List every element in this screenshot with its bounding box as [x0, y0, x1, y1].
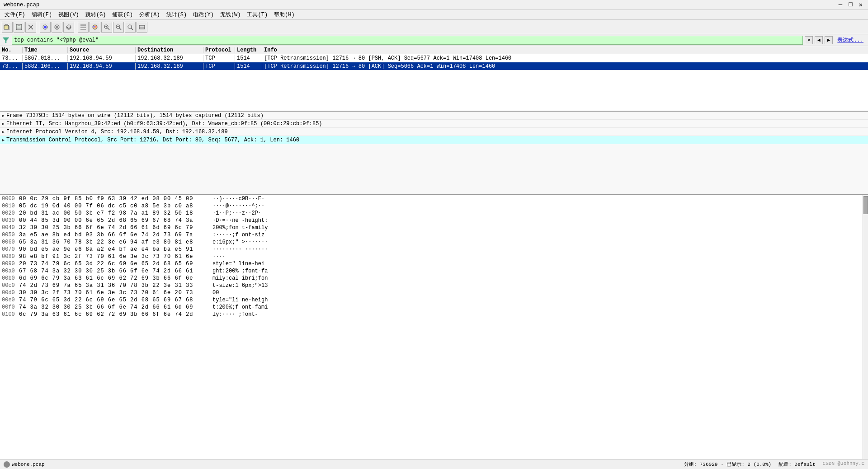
- hex-offset: 0040: [2, 225, 19, 231]
- hex-bytes: 65 3a 31 36 70 78 3b 22 3e e6 94 af e3 8…: [19, 239, 209, 245]
- toolbar-stop-capture[interactable]: [52, 22, 62, 33]
- expand-icon: ▶: [2, 129, 5, 135]
- toolbar-zoom-in[interactable]: [101, 22, 112, 33]
- hex-ascii: ly:···· ;font-: [209, 311, 866, 318]
- hex-row: 00a0 67 68 74 3a 32 30 30 25 3b 66 6f 6e…: [0, 267, 868, 275]
- toolbar-start-capture[interactable]: [40, 22, 51, 33]
- minimize-button[interactable]: —: [837, 1, 844, 9]
- status-profile: 配置: Default: [778, 461, 815, 468]
- hex-row: 0080 98 e8 bf 91 3c 2f 73 70 61 6e 3e 3c…: [0, 253, 868, 260]
- hex-bytes: 6c 79 3a 63 61 6c 69 62 72 69 3b 66 6f 6…: [19, 311, 209, 318]
- hex-ascii: t-size:1 6px;">13: [209, 282, 866, 289]
- packet-time: 5882.106...: [23, 63, 68, 70]
- col-header-protocol: Protocol: [203, 47, 235, 53]
- toolbar-open[interactable]: [2, 22, 13, 33]
- hex-dump: 0000 00 0c 29 cb 9f 85 b0 f9 63 39 42 ed…: [0, 195, 868, 459]
- packet-len: 1514: [235, 63, 262, 70]
- maximize-button[interactable]: □: [847, 1, 854, 9]
- packet-time: 5867.018...: [23, 55, 68, 61]
- hex-offset: 00c0: [2, 282, 19, 289]
- status-bar-right: 分组: 736029 · 已显示: 2 (0.0%) 配置: Default C…: [684, 461, 864, 468]
- hex-offset: 0100: [2, 311, 19, 318]
- detail-row[interactable]: ▶Internet Protocol Version 4, Src: 192.1…: [0, 128, 868, 136]
- detail-row[interactable]: ▶Transmission Control Protocol, Src Port…: [0, 136, 868, 144]
- expand-icon: ▶: [2, 137, 5, 143]
- toolbar-scroll-autoscroll[interactable]: [78, 22, 89, 33]
- hex-row: 0040 32 30 30 25 3b 66 6f 6e 74 2d 66 61…: [0, 224, 868, 231]
- svg-point-25: [128, 25, 132, 28]
- hex-ascii: t:200%;f ont-fami: [209, 304, 866, 310]
- filter-input[interactable]: [12, 36, 803, 45]
- menu-bar: 文件(F) 编辑(E) 视图(V) 跳转(G) 捕获(C) 分析(A) 统计(S…: [0, 10, 868, 20]
- filter-left-button[interactable]: ◀: [815, 36, 823, 44]
- close-button[interactable]: ✕: [857, 1, 864, 9]
- expand-icon: ▶: [2, 113, 5, 118]
- hex-row: 0020 20 bd 31 ac 00 50 3b e7 f2 98 7a a1…: [0, 210, 868, 217]
- hex-rows: 0000 00 0c 29 cb 9f 85 b0 f9 63 39 42 ed…: [0, 195, 868, 318]
- hex-ascii: ····@·······^;··: [209, 203, 866, 209]
- toolbar-restart-capture[interactable]: [63, 22, 74, 33]
- menu-wireless[interactable]: 无线(W): [217, 10, 244, 19]
- filter-expression-label[interactable]: 表达式...: [835, 36, 866, 44]
- detail-text: Transmission Control Protocol, Src Port:…: [6, 137, 299, 143]
- toolbar-zoom-out[interactable]: [113, 22, 124, 33]
- menu-file[interactable]: 文件(F): [2, 10, 28, 19]
- hex-ascii: ··)·····c9B···E·: [209, 196, 866, 202]
- menu-view[interactable]: 视图(V): [56, 10, 82, 19]
- hex-bytes: 90 bd e5 ae 9e e6 8a a2 e4 bf ae e4 ba b…: [19, 246, 209, 253]
- hex-ascii: style=" line-hei: [209, 261, 866, 267]
- hex-offset: 00b0: [2, 275, 19, 281]
- menu-tools[interactable]: 工具(T): [244, 10, 270, 19]
- menu-capture[interactable]: 捕获(C): [109, 10, 136, 19]
- table-row[interactable]: 73... 5867.018... 192.168.94.59 192.168.…: [0, 54, 868, 62]
- menu-goto[interactable]: 跳转(G): [83, 10, 109, 19]
- col-header-no: No.: [0, 47, 23, 53]
- hex-offset: 00a0: [2, 268, 19, 274]
- detail-text: Frame 733793: 1514 bytes on wire (12112 …: [6, 113, 264, 119]
- hex-ascii: :·····;f ont-siz: [209, 232, 866, 238]
- hex-scrollbar-thumb[interactable]: [863, 196, 868, 214]
- packet-src: 192.168.94.59: [68, 55, 136, 61]
- col-header-length: Length: [235, 47, 262, 53]
- hex-row: 00d0 30 30 3c 2f 73 70 61 6e 3e 3c 73 70…: [0, 289, 868, 296]
- status-bar-left: webone.pcap: [4, 461, 45, 468]
- toolbar-close[interactable]: [25, 22, 36, 33]
- filter-clear-button[interactable]: ✕: [805, 36, 813, 44]
- detail-row[interactable]: ▶Frame 733793: 1514 bytes on wire (12112…: [0, 112, 868, 120]
- toolbar-zoom-reset[interactable]: [125, 22, 136, 33]
- table-row[interactable]: 73... 5882.106... 192.168.94.59 192.168.…: [0, 62, 868, 70]
- packet-rows: 73... 5867.018... 192.168.94.59 192.168.…: [0, 54, 868, 70]
- toolbar-save[interactable]: [14, 22, 24, 33]
- toolbar-resize[interactable]: [137, 22, 147, 33]
- status-stats: 分组: 736029 · 已显示: 2 (0.0%): [684, 461, 772, 468]
- toolbar: [0, 20, 868, 34]
- detail-row[interactable]: ▶Ethernet II, Src: Hangzhou_39:42:ed (b0…: [0, 120, 868, 128]
- toolbar-colorize[interactable]: [90, 22, 100, 33]
- hex-row: 00b0 6d 69 6c 79 3a 63 61 6c 69 62 72 69…: [0, 275, 868, 282]
- menu-phone[interactable]: 电话(Y): [190, 10, 217, 19]
- hex-offset: 00f0: [2, 304, 19, 310]
- menu-stats[interactable]: 统计(S): [164, 10, 190, 19]
- hex-row: 00e0 74 79 6c 65 3d 22 6c 69 6e 65 2d 68…: [0, 296, 868, 304]
- svg-rect-12: [80, 24, 86, 26]
- hex-row: 0010 05 dc 19 0d 40 00 7f 06 dc c5 c0 a8…: [0, 202, 868, 210]
- filter-right-button[interactable]: ▶: [825, 36, 833, 44]
- packet-no: 73...: [0, 63, 23, 70]
- packet-dst: 192.168.32.189: [136, 55, 203, 61]
- packet-detail: ▶Frame 733793: 1514 bytes on wire (12112…: [0, 112, 868, 195]
- col-header-info: Info: [262, 47, 868, 53]
- hex-offset: 00e0: [2, 297, 19, 303]
- menu-help[interactable]: 帮助(H): [271, 10, 297, 19]
- menu-edit[interactable]: 编辑(E): [29, 10, 55, 19]
- filter-icon: [2, 36, 10, 44]
- hex-offset: 0000: [2, 196, 19, 202]
- status-bar: webone.pcap 分组: 736029 · 已显示: 2 (0.0%) 配…: [0, 459, 868, 469]
- svg-rect-14: [80, 29, 86, 30]
- detail-text: Internet Protocol Version 4, Src: 192.16…: [6, 129, 228, 135]
- hex-ascii: ·D·=··ne -height:: [209, 217, 866, 224]
- csdn-watermark: CSDN @Johnny.C: [823, 461, 864, 468]
- menu-analyze[interactable]: 分析(A): [137, 10, 163, 19]
- hex-bytes: 05 dc 19 0d 40 00 7f 06 dc c5 c0 a8 5e 3…: [19, 203, 209, 209]
- hex-scrollbar[interactable]: [863, 195, 868, 459]
- hex-ascii: ·1··P;···z··2P·: [209, 210, 866, 216]
